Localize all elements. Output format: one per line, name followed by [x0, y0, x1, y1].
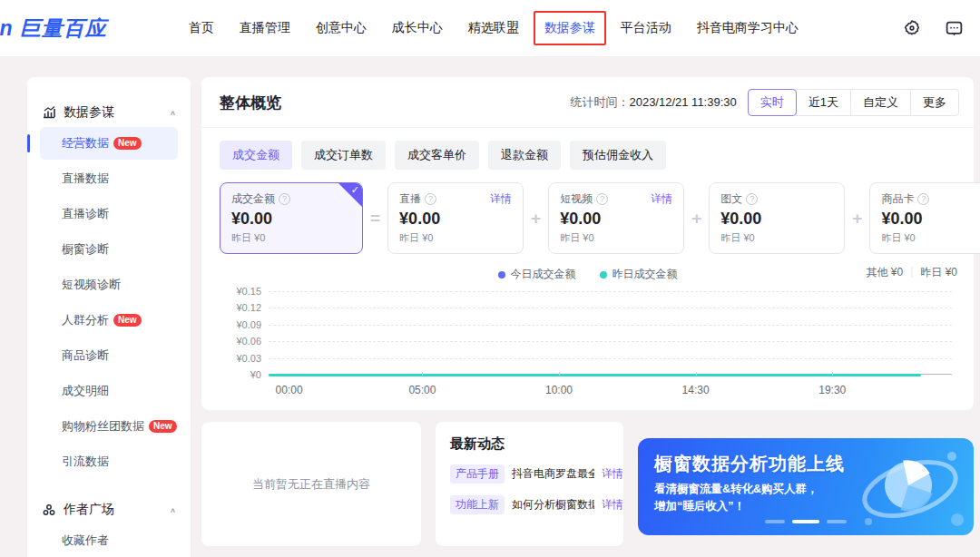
x-tick: 10:00 — [545, 384, 573, 396]
active-indicator-bar — [27, 134, 30, 152]
stat-card-title: 成交金额 — [231, 191, 275, 207]
range-1day-button[interactable]: 近1天 — [796, 90, 850, 115]
stat-card-live[interactable]: 直播?详情 ¥0.00 昨日 ¥0 — [387, 182, 524, 254]
tab-est-commission[interactable]: 预估佣金收入 — [570, 141, 666, 170]
sidebar-item-product-diagnosis[interactable]: 商品诊断 — [40, 339, 178, 372]
range-custom-button[interactable]: 自定义 — [850, 90, 910, 115]
sidebar-section-author-plaza[interactable]: 作者广场 ∧ — [40, 498, 178, 522]
chart-legend: 今日成交金额 昨日成交金额 其他 ¥0 | 昨日 ¥0 — [201, 259, 974, 282]
stat-time-value: 2023/12/21 11:39:30 — [629, 95, 736, 109]
news-text: 如何分析橱窗数据，... — [512, 497, 594, 513]
sidebar-item-live-data[interactable]: 直播数据 — [40, 162, 178, 195]
gear-icon[interactable] — [902, 18, 922, 38]
promo-banner[interactable]: 橱窗数据分析功能上线 看清橱窗流量&转化&购买人群， 增加“睡后收入”！ — [638, 438, 974, 535]
question-icon[interactable]: ? — [746, 193, 758, 205]
sidebar-item-label: 收藏作者 — [62, 533, 109, 549]
stat-card-yesterday: 昨日 ¥0 — [231, 231, 351, 245]
news-detail-link[interactable]: 详情 — [602, 466, 623, 482]
y-tick: ¥0.03 — [220, 353, 261, 364]
sidebar-item-transaction-details[interactable]: 成交明细 — [40, 375, 178, 407]
nav-data-advisor[interactable]: 数据参谋 — [544, 20, 595, 36]
nav-platform-activity[interactable]: 平台活动 — [621, 20, 671, 36]
stat-time-label: 统计时间： — [570, 95, 629, 109]
question-icon[interactable]: ? — [425, 193, 436, 205]
news-item[interactable]: 产品手册 抖音电商罗盘最全最... 详情 — [450, 464, 623, 484]
detail-link[interactable]: 详情 — [651, 191, 672, 207]
stat-card-value: ¥0.00 — [560, 210, 672, 229]
news-card: 最新动态 产品手册 抖音电商罗盘最全最... 详情 功能上新 如何分析橱窗数据，… — [436, 422, 623, 546]
stat-card-value: ¥0.00 — [720, 210, 833, 229]
banner-subtitle-2: 增加“睡后收入”！ — [654, 499, 957, 514]
carousel-dot[interactable] — [765, 520, 785, 523]
sidebar-item-label: 商品诊断 — [62, 347, 109, 364]
sidebar-item-label: 成交明细 — [62, 383, 109, 399]
question-icon[interactable]: ? — [917, 193, 929, 205]
detail-link[interactable]: 详情 — [490, 191, 512, 207]
sidebar-item-label: 购物粉丝团数据 — [62, 418, 144, 435]
sidebar-item-favorite-authors[interactable]: 收藏作者 — [40, 524, 178, 557]
stat-card-yesterday: 昨日 ¥0 — [720, 231, 833, 245]
sidebar-item-showcase-diagnosis[interactable]: 橱窗诊断 — [40, 233, 178, 266]
range-realtime-button[interactable]: 实时 — [749, 90, 796, 115]
legend-label: 今日成交金额 — [511, 267, 576, 282]
nav-learning-center[interactable]: 抖音电商学习中心 — [697, 20, 799, 36]
stat-card-short-video[interactable]: 短视频?详情 ¥0.00 昨日 ¥0 — [548, 182, 684, 254]
tab-order-count[interactable]: 成交订单数 — [301, 141, 386, 170]
nav-icon-group — [902, 18, 964, 38]
sidebar-item-live-diagnosis[interactable]: 直播诊断 — [40, 198, 178, 230]
stat-card-gmv[interactable]: ✓ 成交金额? ¥0.00 昨日 ¥0 — [220, 182, 363, 254]
chevron-up-icon[interactable]: ∧ — [170, 506, 176, 514]
news-detail-link[interactable]: 详情 — [602, 497, 623, 513]
nav-live-management[interactable]: 直播管理 — [240, 20, 290, 36]
nav-selected-alliance[interactable]: 精选联盟 — [468, 20, 519, 36]
sidebar-item-fanclub-data[interactable]: 购物粉丝团数据 New — [40, 410, 178, 443]
y-tick: ¥0.15 — [220, 286, 261, 297]
tab-gmv[interactable]: 成交金额 — [220, 141, 292, 170]
sidebar-item-video-diagnosis[interactable]: 短视频诊断 — [40, 269, 178, 301]
carousel-dot-active[interactable] — [792, 520, 819, 523]
chevron-up-icon[interactable]: ∧ — [170, 109, 176, 117]
stat-card-title: 直播 — [399, 191, 421, 207]
x-tickmark — [832, 372, 833, 376]
range-more-button[interactable]: 更多 — [910, 90, 958, 115]
nav-growth-center[interactable]: 成长中心 — [392, 20, 443, 36]
sidebar-section-data-advisor[interactable]: 数据参谋 ∧ — [40, 101, 178, 124]
nav-creative-center[interactable]: 创意中心 — [316, 20, 367, 36]
carousel-dots — [765, 520, 847, 523]
y-tick: ¥0.12 — [220, 302, 261, 313]
main-nav: 首页 直播管理 创意中心 成长中心 精选联盟 数据参谋 平台活动 抖音电商学习中… — [189, 20, 799, 36]
x-tick: 14:30 — [682, 384, 710, 396]
legend-today[interactable]: 今日成交金额 — [498, 267, 576, 282]
question-icon[interactable]: ? — [596, 193, 608, 205]
overview-card: 整体概览 统计时间：2023/12/21 11:39:30 实时 近1天 自定义… — [201, 77, 974, 410]
stat-card-title: 短视频 — [560, 191, 593, 207]
stat-time: 统计时间：2023/12/21 11:39:30 — [570, 94, 736, 111]
legend-yesterday[interactable]: 昨日成交金额 — [600, 267, 678, 282]
live-empty-text: 当前暂无正在直播内容 — [252, 476, 370, 493]
question-icon[interactable]: ? — [279, 193, 290, 205]
sidebar-item-label: 经营数据 — [62, 135, 109, 151]
tab-refund-amount[interactable]: 退款金额 — [488, 141, 561, 170]
tab-avg-order-value[interactable]: 成交客单价 — [395, 141, 479, 170]
stat-card-value: ¥0.00 — [881, 210, 980, 229]
bottom-row: 当前暂无正在直播内容 最新动态 产品手册 抖音电商罗盘最全最... 详情 功能上… — [201, 422, 974, 546]
sidebar-item-traffic-data[interactable]: 引流数据 — [40, 445, 178, 478]
sidebar-item-label: 人群分析 — [62, 312, 109, 328]
overview-controls: 统计时间：2023/12/21 11:39:30 实时 近1天 自定义 更多 — [570, 89, 959, 116]
sidebar-section-title: 数据参谋 — [64, 104, 114, 121]
message-icon[interactable] — [944, 18, 964, 38]
stat-card-image-text[interactable]: 图文? ¥0.00 昨日 ¥0 — [709, 182, 845, 254]
sidebar-item-label: 直播诊断 — [62, 206, 109, 222]
carousel-dot[interactable] — [827, 520, 847, 523]
nav-home[interactable]: 首页 — [189, 20, 214, 36]
news-text: 抖音电商罗盘最全最... — [512, 466, 594, 482]
sidebar-item-audience-analysis[interactable]: 人群分析 New — [40, 304, 178, 337]
top-nav: in 巨量百应 首页 直播管理 创意中心 成长中心 精选联盟 数据参谋 平台活动… — [0, 0, 980, 56]
news-item[interactable]: 功能上新 如何分析橱窗数据，... 详情 — [450, 495, 623, 514]
stat-card-product-card[interactable]: 商品卡? ¥0.00 昨日 ¥0 — [869, 182, 980, 254]
equals-operator: = — [368, 209, 382, 229]
new-badge: New — [113, 137, 142, 150]
sidebar-item-business-data[interactable]: 经营数据 New — [40, 127, 178, 160]
sidebar-item-label: 橱窗诊断 — [62, 241, 109, 258]
chart-gridline — [269, 291, 952, 292]
